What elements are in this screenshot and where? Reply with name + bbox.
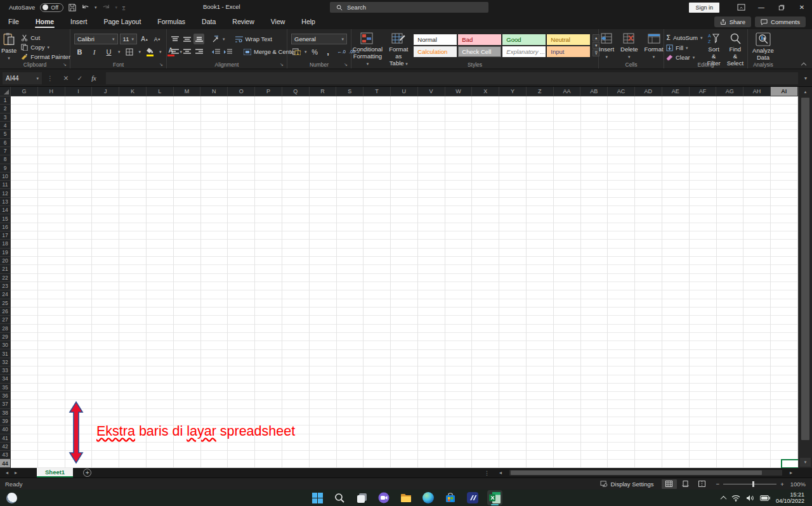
zoom-level[interactable]: 100% xyxy=(790,481,806,488)
cell-style-check-cell[interactable]: Check Cell xyxy=(458,46,501,57)
tab-home[interactable]: Home xyxy=(27,15,62,29)
clear-button[interactable]: Clear▾ xyxy=(665,53,704,62)
column-header-AG[interactable]: AG xyxy=(716,87,743,96)
align-left-button[interactable] xyxy=(169,46,180,57)
cut-button[interactable]: Cut xyxy=(20,34,72,42)
column-header-R[interactable]: R xyxy=(310,87,337,96)
italic-button[interactable]: I xyxy=(89,46,100,57)
borders-button[interactable] xyxy=(124,46,135,57)
ribbon-display-options-icon[interactable] xyxy=(731,0,751,15)
column-header-AI[interactable]: AI xyxy=(771,87,798,96)
row-header-20[interactable]: 20 xyxy=(0,257,10,265)
sign-in-button[interactable]: Sign in xyxy=(689,3,719,13)
column-header-AB[interactable]: AB xyxy=(580,87,608,96)
column-header-AA[interactable]: AA xyxy=(554,87,581,96)
row-header-36[interactable]: 36 xyxy=(0,392,10,400)
wifi-icon[interactable] xyxy=(731,495,740,502)
tab-data[interactable]: Data xyxy=(193,15,224,29)
row-header-30[interactable]: 30 xyxy=(0,341,10,349)
cell-style-calculation[interactable]: Calculation xyxy=(414,46,457,57)
row-header-37[interactable]: 37 xyxy=(0,400,10,408)
clipboard-dialog-launcher-icon[interactable]: ↘ xyxy=(63,62,68,67)
row-header-29[interactable]: 29 xyxy=(0,333,10,341)
minimize-button[interactable]: — xyxy=(751,0,771,15)
paste-button[interactable]: Paste ▾ xyxy=(0,31,20,62)
row-header-21[interactable]: 21 xyxy=(0,265,10,273)
align-bottom-button[interactable] xyxy=(193,34,204,44)
align-center-button[interactable] xyxy=(181,46,192,57)
horizontal-scrollbar[interactable]: ◂ ▸ xyxy=(494,468,798,477)
row-header-23[interactable]: 23 xyxy=(0,282,10,290)
zoom-in-icon[interactable]: + xyxy=(780,481,784,488)
row-header-11[interactable]: 11 xyxy=(0,181,10,189)
share-button[interactable]: Share xyxy=(714,16,751,27)
row-header-24[interactable]: 24 xyxy=(0,290,10,299)
delete-cells-button[interactable]: Delete▾ xyxy=(617,31,641,60)
column-header-AD[interactable]: AD xyxy=(635,87,662,96)
cell-style-good[interactable]: Good xyxy=(502,34,546,45)
zoom-slider-thumb[interactable] xyxy=(752,481,754,487)
format-painter-button[interactable]: Format Painter xyxy=(20,53,72,61)
tab-insert[interactable]: Insert xyxy=(62,15,95,29)
accounting-format-button[interactable] xyxy=(291,46,302,57)
vertical-scrollbar[interactable]: ▴ ▾ xyxy=(798,87,812,468)
column-header-V[interactable]: V xyxy=(418,87,445,96)
battery-icon[interactable] xyxy=(760,495,770,501)
font-name-select[interactable]: Calibri▾ xyxy=(74,34,118,44)
row-header-8[interactable]: 8 xyxy=(0,155,10,164)
close-button[interactable]: ✕ xyxy=(792,0,812,15)
row-header-9[interactable]: 9 xyxy=(0,164,10,172)
excel-taskbar-icon[interactable] xyxy=(487,490,502,505)
tab-file[interactable]: File xyxy=(0,15,27,29)
wrap-text-button[interactable]: Wrap Text xyxy=(234,35,273,43)
undo-icon[interactable] xyxy=(81,4,89,11)
underline-caret-icon[interactable]: ▾ xyxy=(118,49,121,54)
copy-button[interactable]: Copy ▾ xyxy=(20,43,72,51)
column-header-Q[interactable]: Q xyxy=(282,87,310,96)
page-layout-view-button[interactable] xyxy=(678,479,693,489)
row-header-28[interactable]: 28 xyxy=(0,324,10,332)
column-header-S[interactable]: S xyxy=(336,87,363,96)
taskbar-search-icon[interactable] xyxy=(332,490,347,505)
row-header-4[interactable]: 4 xyxy=(0,122,10,130)
row-header-40[interactable]: 40 xyxy=(0,425,10,434)
font-dialog-launcher-icon[interactable]: ↘ xyxy=(159,62,164,67)
maximize-button[interactable] xyxy=(771,0,792,15)
increase-decimal-button[interactable]: ←.0 xyxy=(336,46,347,57)
select-all-corner[interactable] xyxy=(0,87,11,96)
analyze-data-button[interactable]: AnalyzeData xyxy=(749,31,777,63)
autosave-toggle[interactable]: Off xyxy=(40,3,63,12)
new-sheet-button[interactable]: + xyxy=(83,469,91,477)
orientation-button[interactable] xyxy=(211,34,221,44)
name-box-resize-handle[interactable]: ⋮ xyxy=(42,75,59,82)
decrease-indent-button[interactable] xyxy=(211,46,221,57)
slashes-app-icon[interactable] xyxy=(465,490,480,505)
row-header-12[interactable]: 12 xyxy=(0,189,10,197)
number-format-select[interactable]: General▾ xyxy=(291,34,347,44)
row-header-26[interactable]: 26 xyxy=(0,308,10,316)
page-break-preview-button[interactable] xyxy=(695,479,710,489)
row-header-41[interactable]: 41 xyxy=(0,434,10,443)
shrink-font-button[interactable]: A▾ xyxy=(152,34,162,44)
underline-button[interactable]: U xyxy=(103,46,114,57)
percent-style-button[interactable]: % xyxy=(310,46,320,57)
row-header-6[interactable]: 6 xyxy=(0,139,10,147)
format-cells-button[interactable]: Format▾ xyxy=(641,31,667,60)
column-header-O[interactable]: O xyxy=(228,87,255,96)
cell-style-normal[interactable]: Normal xyxy=(414,34,457,45)
autosum-button[interactable]: Σ AutoSum▾ xyxy=(665,33,704,42)
font-size-select[interactable]: 11▾ xyxy=(120,34,137,44)
row-header-5[interactable]: 5 xyxy=(0,130,10,138)
undo-caret-icon[interactable]: ▾ xyxy=(95,5,97,10)
insert-cells-button[interactable]: Insert▾ xyxy=(596,31,617,60)
start-button-icon[interactable] xyxy=(310,490,325,505)
tab-view[interactable]: View xyxy=(263,15,294,29)
weather-widget-icon[interactable] xyxy=(6,493,17,503)
row-header-15[interactable]: 15 xyxy=(0,214,10,223)
column-header-AH[interactable]: AH xyxy=(743,87,771,96)
volume-icon[interactable] xyxy=(746,495,754,502)
sort-filter-button[interactable]: AZ Sort &Filter ▾ xyxy=(704,31,724,75)
find-select-button[interactable]: Find &Select ▾ xyxy=(724,31,747,75)
increase-indent-button[interactable] xyxy=(223,46,233,57)
row-header-10[interactable]: 10 xyxy=(0,172,10,181)
